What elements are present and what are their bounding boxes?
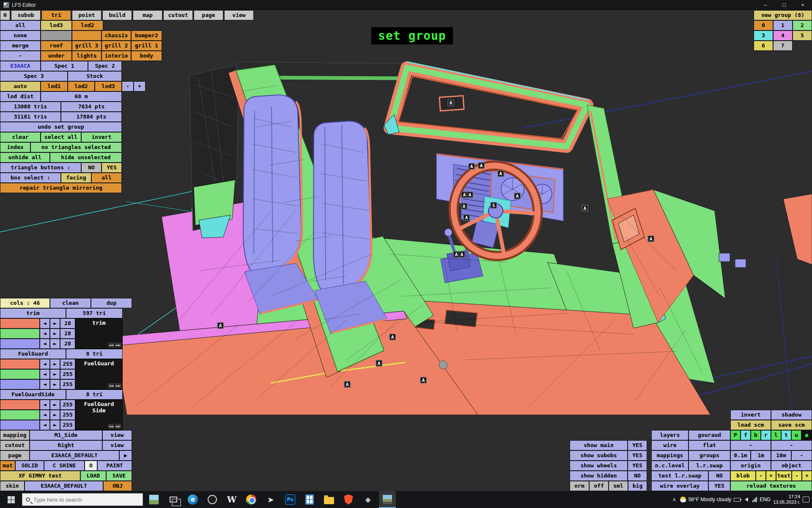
minimize-button[interactable]: – bbox=[756, 0, 775, 10]
btn-o[interactable]: O bbox=[85, 461, 97, 471]
news-interests-icon[interactable] bbox=[145, 491, 162, 508]
color-step-left[interactable]: ◄ bbox=[40, 359, 50, 369]
gog-icon[interactable] bbox=[204, 491, 221, 508]
edge-icon[interactable]: e bbox=[184, 491, 201, 508]
btn-lights[interactable]: lights bbox=[72, 51, 102, 61]
btn-lod-auto[interactable]: auto bbox=[0, 81, 41, 91]
btn-all[interactable]: all bbox=[0, 20, 41, 30]
preview-next-button[interactable]: ►► bbox=[115, 383, 121, 388]
color-swatch[interactable] bbox=[0, 369, 40, 379]
btn-group-4[interactable]: 4 bbox=[773, 30, 793, 41]
btn-group-0[interactable]: 0 bbox=[754, 20, 773, 30]
btn-clean[interactable]: clean bbox=[50, 298, 91, 308]
color-value[interactable]: 255 bbox=[60, 400, 75, 410]
color-value[interactable]: 255 bbox=[60, 369, 75, 379]
btn-invert-view[interactable]: invert bbox=[730, 410, 771, 420]
color-step-left[interactable]: ◄ bbox=[40, 329, 50, 339]
color-swatch[interactable] bbox=[0, 400, 40, 410]
paint-icon[interactable]: ◆ bbox=[359, 491, 376, 508]
label-show-subobs[interactable]: show subobs bbox=[570, 450, 628, 461]
btn-paint[interactable]: PAINT bbox=[97, 461, 132, 471]
channel-u[interactable]: u bbox=[791, 430, 801, 440]
btn-shadow[interactable]: shadow bbox=[771, 410, 812, 420]
toggle-show-wheels[interactable]: YES bbox=[628, 461, 647, 471]
toggle-wire-overlay[interactable]: YES bbox=[708, 481, 730, 491]
btn-grid-10m[interactable]: 10m bbox=[771, 450, 791, 461]
btn-cutout-view[interactable]: view bbox=[102, 440, 132, 450]
btn-text-minus[interactable]: - bbox=[792, 471, 802, 481]
btn-merge[interactable]: merge bbox=[0, 41, 41, 51]
btn-reload-textures[interactable]: reload textures bbox=[730, 481, 812, 491]
toggle-test-lr-swap[interactable]: NO bbox=[708, 471, 730, 481]
color-step-left[interactable]: ◄ bbox=[40, 369, 50, 379]
btn-none[interactable]: none bbox=[0, 30, 41, 41]
channel-t[interactable]: t bbox=[781, 430, 791, 440]
color-swatch[interactable] bbox=[0, 420, 40, 430]
btn-mat[interactable]: mat bbox=[0, 461, 15, 471]
brave-icon[interactable] bbox=[340, 491, 357, 508]
color-step-right[interactable]: ► bbox=[50, 379, 60, 389]
btn-grid-off[interactable]: - bbox=[791, 450, 812, 461]
btn-section-trim[interactable]: trim bbox=[0, 308, 66, 318]
btn-group-7[interactable]: 7 bbox=[773, 41, 793, 51]
btn-body[interactable]: body bbox=[131, 51, 162, 61]
btn-blob-minus[interactable]: - bbox=[756, 471, 766, 481]
color-step-left[interactable]: ◄ bbox=[40, 410, 50, 420]
btn-lod3-filter[interactable]: lod3 bbox=[41, 20, 72, 30]
label-cutout[interactable]: cutout bbox=[0, 440, 30, 450]
color-step-left[interactable]: ◄ bbox=[40, 400, 50, 410]
btn-lod2-filter[interactable]: lod2 bbox=[72, 20, 103, 30]
channel-r[interactable]: r bbox=[761, 430, 771, 440]
weather-widget[interactable]: 56°F Mostly cloudy bbox=[680, 497, 732, 502]
btn-group-5[interactable]: 5 bbox=[793, 30, 812, 41]
color-step-right[interactable]: ► bbox=[50, 318, 60, 329]
menu-map-button[interactable]: map bbox=[133, 10, 162, 20]
btn-invert-selection[interactable]: invert bbox=[81, 132, 122, 142]
hidden-icons-chevron[interactable]: ∧ bbox=[671, 497, 677, 502]
btn-text[interactable]: text bbox=[776, 471, 792, 481]
btn-wire[interactable]: wire bbox=[651, 440, 689, 450]
btn-triangle-buttons-no[interactable]: NO bbox=[81, 163, 102, 173]
btn-grid-01m[interactable]: 0.1m bbox=[730, 450, 751, 461]
preview-prev-button[interactable]: ◄◄ bbox=[108, 383, 114, 388]
btn-stock[interactable]: Stock bbox=[68, 71, 122, 81]
color-step-left[interactable]: ◄ bbox=[40, 339, 50, 349]
label-show-hidden[interactable]: show hidden bbox=[570, 471, 628, 481]
color-swatch[interactable] bbox=[0, 359, 40, 369]
color-step-right[interactable]: ► bbox=[50, 359, 60, 369]
btn-wire-overlay[interactable]: wire overlay bbox=[651, 481, 708, 491]
channel-l[interactable]: l bbox=[771, 430, 781, 440]
close-button[interactable]: × bbox=[793, 0, 812, 10]
btn-under[interactable]: under bbox=[41, 51, 72, 61]
btn-chassis[interactable]: chassis bbox=[102, 30, 131, 41]
task-view-icon[interactable] bbox=[165, 491, 182, 508]
btn-blob[interactable]: blob bbox=[730, 471, 756, 481]
btn-lod-minus[interactable]: - bbox=[122, 81, 134, 91]
color-swatch[interactable] bbox=[0, 379, 40, 389]
texture-preview-trim[interactable]: trim ◄◄ ►► bbox=[75, 318, 123, 349]
color-swatch[interactable] bbox=[0, 410, 40, 420]
color-value[interactable]: 28 bbox=[60, 318, 75, 329]
btn-lod3[interactable]: lod3 bbox=[95, 81, 122, 91]
texture-preview-fuelguardside[interactable]: FuelGuard Side ◄◄ ►► bbox=[75, 400, 123, 430]
btn-save-scm[interactable]: save scm bbox=[771, 420, 812, 430]
btn-nrm-off[interactable]: off bbox=[589, 481, 609, 491]
battery-icon[interactable] bbox=[734, 498, 741, 502]
btn-layers[interactable]: layers bbox=[651, 430, 689, 440]
color-step-left[interactable]: ◄ bbox=[40, 379, 50, 389]
btn-save[interactable]: SAVE bbox=[106, 471, 132, 481]
menu-point-button[interactable]: point bbox=[72, 10, 102, 20]
color-step-right[interactable]: ► bbox=[50, 410, 60, 420]
btn-groups[interactable]: groups bbox=[689, 450, 730, 461]
btn-lr-swap[interactable]: l.r.swap bbox=[689, 461, 730, 471]
lfs-editor-taskbar-icon[interactable] bbox=[379, 491, 396, 508]
chrome-icon[interactable] bbox=[243, 491, 260, 508]
btn-solid[interactable]: SOLID bbox=[15, 461, 44, 471]
network-icon[interactable] bbox=[752, 497, 757, 502]
volume-icon[interactable] bbox=[745, 497, 748, 502]
btn-hide-unselected[interactable]: hide unselected bbox=[50, 152, 122, 163]
value-cutout[interactable]: Right bbox=[30, 440, 102, 450]
channel-p[interactable]: P bbox=[730, 430, 741, 440]
btn-test-lr-swap[interactable]: test l.r.swap bbox=[651, 471, 708, 481]
btn-select-all[interactable]: select all bbox=[41, 132, 81, 142]
